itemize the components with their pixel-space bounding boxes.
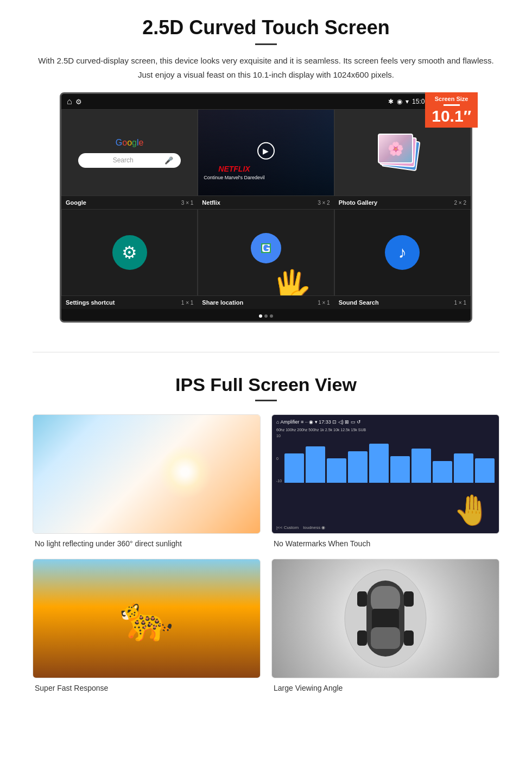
section-divider bbox=[33, 352, 499, 352]
google-label: Google 3 × 1 bbox=[61, 196, 198, 209]
car-image bbox=[271, 559, 499, 678]
svg-rect-11 bbox=[404, 630, 414, 646]
photo-layer-front: 🌸 bbox=[378, 134, 413, 163]
share-label: Share location 1 × 1 bbox=[198, 296, 334, 309]
feature-sunlight: No light reflecting under 360° direct su… bbox=[33, 414, 261, 548]
sun-highlight bbox=[158, 445, 212, 499]
sound-search-cell[interactable]: ♪ bbox=[334, 209, 471, 296]
cheetah-image: 🐆 bbox=[33, 559, 261, 678]
car-label: Large Viewing Angle bbox=[271, 684, 499, 692]
svg-rect-10 bbox=[404, 591, 414, 607]
netflix-brand: NETFLIX bbox=[218, 165, 250, 173]
section-ips: IPS Full Screen View No light reflecting… bbox=[0, 369, 532, 703]
google-maps-icon: G bbox=[251, 233, 281, 263]
svg-rect-8 bbox=[357, 591, 367, 607]
share-location-cell[interactable]: G 🖐 bbox=[198, 209, 334, 296]
amplifier-visual: ⌂ Amplifier ≡ ·· ◉ ▾ 17:33 ⊡ ◁) ⊠ ▭ ↺ 60… bbox=[272, 415, 499, 487]
netflix-play-button[interactable]: ▶ bbox=[257, 142, 275, 160]
dot-3 bbox=[270, 314, 273, 318]
feature-car: Large Viewing Angle bbox=[271, 559, 499, 692]
location-icon: ◉ bbox=[397, 98, 402, 105]
hand-pointer: 🖐 bbox=[271, 268, 312, 296]
google-logo: Google bbox=[116, 138, 144, 148]
sound-search-icon: ♪ bbox=[385, 235, 420, 270]
app-label-row1: Google 3 × 1 Netflix 3 × 2 Photo Gallery… bbox=[61, 196, 471, 209]
feature-grid: No light reflecting under 360° direct su… bbox=[33, 414, 499, 692]
car-visual bbox=[272, 559, 499, 678]
app-label-row2: Settings shortcut 1 × 1 Share location 1… bbox=[61, 296, 471, 309]
amp-scale: 100-10 bbox=[276, 434, 282, 483]
svg-rect-9 bbox=[357, 630, 367, 646]
amp-header: ⌂ Amplifier ≡ ·· ◉ ▾ 17:33 ⊡ ◁) ⊠ ▭ ↺ bbox=[276, 419, 495, 425]
sound-label: Sound Search 1 × 1 bbox=[334, 296, 471, 309]
app-grid-row1: Google Search 🎤 ▶ NETFLIX Continue Marve… bbox=[61, 109, 471, 196]
section1-description: With 2.5D curved-display screen, this de… bbox=[33, 54, 499, 81]
feature-amplifier: ⌂ Amplifier ≡ ·· ◉ ▾ 17:33 ⊡ ◁) ⊠ ▭ ↺ 60… bbox=[271, 414, 499, 548]
photo-stack: 🌸 bbox=[381, 131, 424, 174]
screen-size-badge: Screen Size 10.1″ bbox=[425, 92, 478, 128]
google-app-cell[interactable]: Google Search 🎤 bbox=[61, 109, 198, 196]
device-screen: ⌂ ⚙ ✱ ◉ ▾ 15:06 ⊡ ◁) ⊠ ▭ bbox=[60, 92, 472, 323]
mic-icon: 🎤 bbox=[164, 156, 173, 165]
app-grid-row2: ⚙ G 🖐 ♪ bbox=[61, 209, 471, 296]
netflix-label: Netflix 3 × 2 bbox=[198, 196, 334, 209]
title-underline bbox=[255, 43, 277, 45]
sunlight-label: No light reflecting under 360° direct su… bbox=[33, 539, 261, 548]
home-icon: ⌂ bbox=[67, 97, 72, 106]
google-search-bar[interactable]: Search 🎤 bbox=[78, 153, 180, 168]
cheetah-label: Super Fast Response bbox=[33, 684, 261, 692]
amp-footer: |<< Custom loudness ◉ bbox=[276, 525, 325, 530]
scroll-dots bbox=[65, 314, 467, 318]
settings-app-cell[interactable]: ⚙ bbox=[61, 209, 198, 296]
status-bar: ⌂ ⚙ ✱ ◉ ▾ 15:06 ⊡ ◁) ⊠ ▭ bbox=[61, 94, 471, 109]
amp-bar-4 bbox=[348, 451, 368, 483]
amp-bar-3 bbox=[327, 458, 346, 483]
amplifier-image: ⌂ Amplifier ≡ ·· ◉ ▾ 17:33 ⊡ ◁) ⊠ ▭ ↺ 60… bbox=[271, 414, 499, 534]
amp-bar-1 bbox=[284, 453, 304, 483]
section1-title: 2.5D Curved Touch Screen bbox=[33, 16, 499, 39]
car-svg bbox=[342, 564, 429, 673]
sunlight-image bbox=[33, 414, 261, 534]
maps-icon-wrapper: G bbox=[251, 233, 281, 266]
sunlight-bg bbox=[33, 415, 260, 533]
section2-title: IPS Full Screen View bbox=[33, 374, 499, 395]
amp-bar-7 bbox=[411, 449, 431, 483]
amp-custom-btn: |<< Custom bbox=[276, 525, 299, 530]
settings-icon: ⚙ bbox=[112, 235, 147, 270]
amp-bar-5 bbox=[369, 444, 389, 483]
netflix-subtitle: Continue Marvel's Daredevil bbox=[204, 175, 264, 180]
section-curved-screen: 2.5D Curved Touch Screen With 2.5D curve… bbox=[0, 0, 532, 336]
amp-loudness: loudness ◉ bbox=[303, 525, 325, 530]
status-left: ⌂ ⚙ bbox=[67, 97, 82, 106]
screen-size-label: Screen Size bbox=[432, 96, 471, 102]
screen-size-value: 10.1″ bbox=[432, 108, 471, 124]
amp-bars-container: 100-10 bbox=[276, 434, 495, 483]
amp-title: ⌂ Amplifier ≡ ·· ◉ ▾ 17:33 ⊡ ◁) ⊠ ▭ ↺ bbox=[276, 419, 361, 425]
netflix-app-cell[interactable]: ▶ NETFLIX Continue Marvel's Daredevil bbox=[198, 109, 334, 196]
device-mockup: Screen Size 10.1″ ⌂ ⚙ ✱ ◉ ▾ 15:06 ⊡ ◁) bbox=[60, 92, 472, 323]
bluetooth-icon: ✱ bbox=[388, 98, 394, 105]
amp-bar-9 bbox=[454, 453, 473, 483]
amp-bar-10 bbox=[475, 458, 495, 483]
cheetah-visual: 🐆 bbox=[33, 559, 260, 678]
amp-bar-6 bbox=[390, 456, 410, 483]
svg-rect-7 bbox=[371, 627, 400, 649]
dot-2 bbox=[264, 314, 268, 318]
amplifier-label: No Watermarks When Touch bbox=[271, 539, 499, 548]
search-placeholder: Search bbox=[86, 156, 160, 164]
wifi-icon: ▾ bbox=[406, 98, 409, 105]
amp-bar-8 bbox=[433, 461, 452, 483]
section2-underline bbox=[255, 400, 277, 401]
settings-label: Settings shortcut 1 × 1 bbox=[61, 296, 198, 309]
feature-cheetah: 🐆 Super Fast Response bbox=[33, 559, 261, 692]
usb-icon: ⚙ bbox=[75, 98, 82, 106]
sunlight-visual bbox=[33, 415, 260, 533]
touch-hand: 🤚 bbox=[453, 493, 491, 528]
gallery-label: Photo Gallery 2 × 2 bbox=[334, 196, 471, 209]
car-container bbox=[342, 564, 429, 673]
netflix-logo: NETFLIX Continue Marvel's Daredevil bbox=[204, 164, 264, 180]
dot-1 bbox=[259, 314, 262, 318]
scroll-dots-container bbox=[61, 309, 471, 321]
amp-bar-2 bbox=[306, 446, 325, 483]
amp-freq-labels: 60hz100hz200hz500hz1k2.5k10k12.5k15kSUB bbox=[276, 428, 495, 432]
